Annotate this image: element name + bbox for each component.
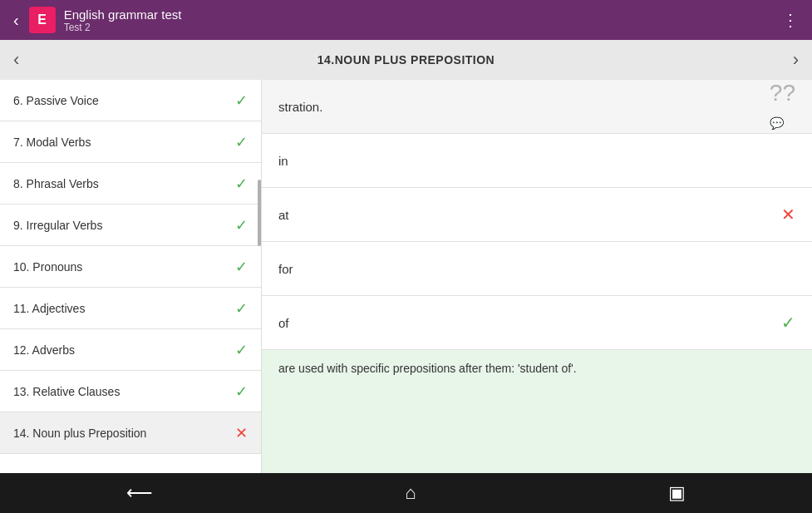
back-button[interactable]: ‹ [7,4,26,37]
sidebar-item[interactable]: 14. Noun plus Preposition✕ [0,412,261,454]
sidebar-item[interactable]: 6. Passive Voice✓ [0,80,261,121]
check-icon: ✓ [235,299,248,318]
sidebar-item-label: 6. Passive Voice [13,94,99,107]
content-row-text: in [278,154,795,168]
nav-bar: ‹ 14.NOUN PLUS PREPOSITION › [0,40,812,80]
cross-icon: ✕ [235,424,248,442]
back-nav-button[interactable]: ⟵ [101,476,178,511]
check-icon: ✓ [235,258,248,276]
hint-icon: ??💬 [770,80,795,133]
sidebar-item-label: 13. Relative Clauses [13,385,120,398]
sidebar: 6. Passive Voice✓7. Modal Verbs✓8. Phras… [0,80,262,473]
sidebar-item[interactable]: 7. Modal Verbs✓ [0,121,261,163]
app-title: English grammar test [64,7,775,22]
sidebar-item-label: 11. Adjectives [13,302,85,315]
sidebar-item[interactable]: 8. Phrasal Verbs✓ [0,163,261,205]
sidebar-item-label: 12. Adverbs [13,343,75,357]
sidebar-item[interactable]: 10. Pronouns✓ [0,246,261,288]
next-button[interactable]: › [780,42,812,77]
app-subtitle: Test 2 [64,22,775,33]
check-icon: ✓ [235,175,248,193]
sidebar-item[interactable]: 12. Adverbs✓ [0,329,261,371]
sidebar-item[interactable]: 11. Adjectives✓ [0,288,261,329]
content-row[interactable]: stration.??💬 [262,80,812,134]
sidebar-scrollbar [258,180,261,246]
menu-button[interactable]: ⋮ [775,3,805,37]
correct-icon: ✓ [781,313,795,333]
content-row[interactable]: for [262,242,812,296]
sidebar-item-label: 10. Pronouns [13,260,82,274]
sidebar-item[interactable]: 13. Relative Clauses✓ [0,371,261,412]
explanation-box: are used with specific prepositions afte… [262,350,812,473]
content-row[interactable]: in [262,134,812,188]
check-icon: ✓ [235,216,248,234]
content-row-text: for [278,262,795,276]
check-icon: ✓ [235,91,248,110]
prev-button[interactable]: ‹ [0,42,32,77]
content-row[interactable]: of✓ [262,296,812,350]
sidebar-item-label: 9. Irregular Verbs [13,219,102,232]
content-row-text: at [278,208,773,222]
check-icon: ✓ [235,133,248,151]
content-row-text: of [278,316,773,330]
wrong-icon: ✕ [781,205,795,224]
app-bar-titles: English grammar test Test 2 [64,7,775,33]
recent-nav-button[interactable]: ▣ [643,476,711,511]
check-icon: ✓ [235,341,248,359]
content-row-text: stration. [278,100,795,114]
nav-title: 14.NOUN PLUS PREPOSITION [317,53,495,67]
main-content: 6. Passive Voice✓7. Modal Verbs✓8. Phras… [0,80,812,473]
sidebar-item[interactable]: 9. Irregular Verbs✓ [0,205,261,246]
bottom-nav: ⟵ ⌂ ▣ [0,473,812,513]
home-nav-button[interactable]: ⌂ [380,476,440,511]
sidebar-item-label: 8. Phrasal Verbs [13,177,99,190]
content-area: stration.??💬inat✕forof✓are used with spe… [262,80,812,473]
app-icon: E [29,7,56,33]
check-icon: ✓ [235,382,248,401]
sidebar-item-label: 14. Noun plus Preposition [13,427,146,440]
sidebar-item-label: 7. Modal Verbs [13,136,91,149]
content-row[interactable]: at✕ [262,188,812,242]
app-bar: ‹ E English grammar test Test 2 ⋮ [0,0,812,40]
